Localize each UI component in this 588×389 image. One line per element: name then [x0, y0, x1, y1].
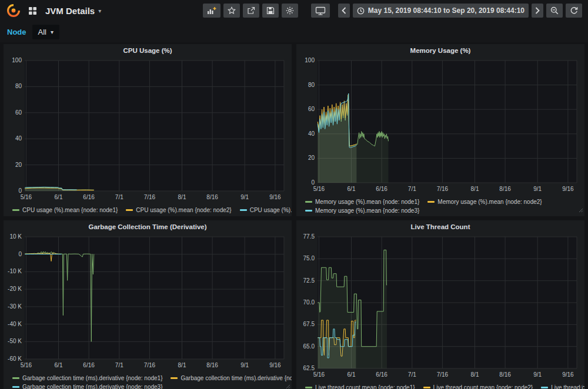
legend-item[interactable]: Memory usage (%).mean {node: node3} — [305, 207, 419, 214]
svg-text:7/1: 7/1 — [115, 362, 123, 368]
legend-label: Memory usage (%).mean {node: node3} — [315, 207, 419, 214]
svg-text:-10 K: -10 K — [8, 268, 22, 274]
svg-text:80: 80 — [308, 82, 315, 88]
time-range-picker-button[interactable]: May 15, 2019 08:44:10 to Sep 20, 2019 08… — [353, 4, 529, 18]
svg-text:75.0: 75.0 — [303, 255, 315, 261]
svg-text:0: 0 — [18, 251, 22, 257]
live-thread-count-chart[interactable]: 62.565.067.570.072.575.077.55/166/16/167… — [296, 233, 583, 380]
legend-item[interactable]: Garbage collection time (ms).derivative … — [171, 375, 292, 381]
legend-item[interactable]: Live thread count.mean {node: node1} — [305, 384, 415, 389]
legend-item[interactable]: Memory usage (%).mean {node: node2} — [427, 199, 542, 205]
svg-text:8/1: 8/1 — [471, 371, 479, 378]
svg-text:5/16: 5/16 — [313, 371, 325, 378]
svg-text:7/16: 7/16 — [144, 194, 156, 200]
series-color-dash — [423, 387, 430, 388]
page-title: JVM Details — [45, 6, 95, 16]
svg-text:6/16: 6/16 — [83, 194, 95, 200]
svg-text:10 K: 10 K — [9, 233, 22, 240]
garbage-collection-chart[interactable]: 10 K0-10 K-20 K-30 K-40 K-50 K-60 K5/166… — [4, 233, 290, 371]
panel-resize-handle[interactable] — [579, 381, 583, 389]
svg-text:6/1: 6/1 — [348, 371, 356, 378]
monitor-icon — [315, 6, 326, 15]
legend-item[interactable]: Garbage collection time (ms).derivative … — [12, 375, 162, 381]
panel-title-memory-usage[interactable]: Memory Usage (%) — [296, 44, 584, 57]
svg-text:7/16: 7/16 — [144, 362, 156, 368]
legend-item[interactable]: Live thread count.mean {node: node2} — [423, 384, 533, 389]
variable-value-dropdown[interactable]: All ▾ — [32, 25, 59, 39]
save-dashboard-button[interactable] — [262, 4, 279, 18]
svg-text:62.5: 62.5 — [303, 365, 315, 371]
svg-text:9/16: 9/16 — [562, 186, 574, 192]
svg-text:5/16: 5/16 — [21, 362, 32, 368]
svg-text:8/16: 8/16 — [499, 371, 511, 378]
svg-text:7/16: 7/16 — [437, 186, 449, 192]
legend-item[interactable]: Memory usage (%).mean {node: node1} — [305, 199, 419, 205]
add-panel-button[interactable] — [203, 4, 220, 18]
panel-live-thread-count: Live Thread Count 62.565.067.570.072.575… — [296, 220, 584, 389]
svg-text:5/16: 5/16 — [21, 194, 32, 200]
live-thread-count-legend: Live thread count.mean {node: node1}Live… — [296, 383, 584, 389]
series-color-dash — [541, 387, 548, 388]
panel-garbage-collection-time: Garbage Collection Time (Derivative) 10 … — [4, 220, 292, 389]
gear-icon — [286, 6, 294, 15]
svg-text:9/1: 9/1 — [533, 371, 542, 378]
series-color-dash — [305, 210, 312, 212]
svg-text:77.5: 77.5 — [303, 233, 315, 240]
legend-label: Live thread count.mean {node: node2} — [433, 384, 533, 389]
svg-text:9/16: 9/16 — [269, 362, 281, 368]
cycle-view-mode-button[interactable] — [311, 4, 330, 18]
svg-text:7/1: 7/1 — [408, 186, 416, 192]
svg-text:8/16: 8/16 — [499, 186, 511, 192]
series-color-dash — [12, 377, 19, 379]
svg-text:40: 40 — [308, 130, 315, 137]
zoom-out-time-button[interactable] — [546, 4, 563, 18]
svg-text:9/16: 9/16 — [562, 371, 574, 378]
share-icon — [247, 6, 255, 15]
series-color-dash — [126, 209, 133, 211]
add-panel-icon — [207, 6, 216, 15]
series-color-dash — [240, 209, 247, 211]
svg-text:9/1: 9/1 — [240, 194, 249, 200]
legend-item[interactable]: CPU usage (%).mean {node: node1} — [12, 207, 118, 213]
svg-text:72.5: 72.5 — [303, 277, 315, 284]
dashboard-settings-button[interactable] — [282, 4, 298, 18]
cpu-usage-legend: CPU usage (%).mean {node: node1}CPU usag… — [4, 205, 292, 214]
svg-text:5/16: 5/16 — [313, 186, 325, 192]
series-color-dash — [305, 387, 312, 388]
dashboard-title-dropdown[interactable]: JVM Details ▾ — [45, 6, 101, 16]
save-icon — [266, 6, 275, 15]
svg-text:6/1: 6/1 — [55, 362, 63, 368]
time-range-forward-button[interactable] — [532, 4, 543, 18]
panel-resize-handle[interactable] — [579, 204, 583, 215]
panel-title-garbage-collection-time[interactable]: Garbage Collection Time (Derivative) — [4, 220, 292, 233]
panel-title-live-thread-count[interactable]: Live Thread Count — [296, 220, 584, 233]
legend-item[interactable]: Garbage collection time (ms).derivative … — [12, 384, 162, 389]
svg-text:60: 60 — [308, 106, 315, 112]
svg-text:-20 K: -20 K — [8, 286, 22, 292]
memory-usage-chart[interactable]: 0204060801005/166/16/167/17/168/18/169/1… — [296, 57, 583, 195]
panel-title-cpu-usage[interactable]: CPU Usage (%) — [4, 44, 292, 57]
legend-item[interactable]: CPU usage (%).mean {node: node2} — [126, 207, 231, 213]
share-dashboard-button[interactable] — [243, 4, 259, 18]
svg-text:100: 100 — [12, 57, 22, 63]
time-range-back-button[interactable] — [338, 4, 350, 18]
panel-resize-handle[interactable] — [286, 381, 290, 389]
star-dashboard-button[interactable] — [223, 4, 240, 18]
svg-text:70.0: 70.0 — [303, 299, 315, 306]
cpu-usage-chart[interactable]: 0204060801005/166/16/167/17/168/18/169/1… — [4, 57, 290, 203]
legend-item[interactable]: CPU usage (%).mean {node: node3} — [240, 207, 292, 213]
dashboard-picker-icon[interactable] — [28, 6, 37, 15]
svg-text:0: 0 — [311, 179, 315, 186]
legend-label: Live thread count.mean {node: node1} — [315, 384, 415, 389]
panel-memory-usage: Memory Usage (%) 0204060801005/166/16/16… — [296, 44, 584, 216]
legend-item[interactable]: Live thread count.mean {node: node3} — [541, 384, 584, 389]
grafana-logo-icon[interactable] — [6, 3, 21, 18]
panel-resize-handle[interactable] — [286, 204, 290, 215]
svg-text:40: 40 — [15, 135, 22, 142]
legend-label: Garbage collection time (ms).derivative … — [22, 384, 162, 389]
variable-selected-value: All — [38, 28, 46, 36]
svg-text:0: 0 — [18, 187, 22, 194]
refresh-button[interactable] — [566, 4, 582, 18]
series-color-dash — [427, 201, 435, 203]
svg-text:8/1: 8/1 — [178, 362, 186, 368]
